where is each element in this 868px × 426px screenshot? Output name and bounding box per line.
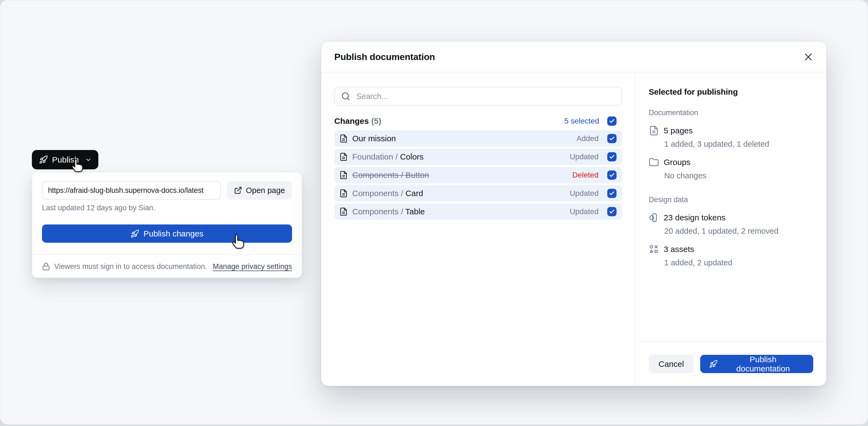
rocket-icon <box>709 360 718 368</box>
summary-item-subtitle: 1 added, 2 updated <box>664 258 813 267</box>
page-icon <box>339 207 348 216</box>
change-row-title: Our mission <box>352 134 396 143</box>
changes-label: Changes <box>334 116 369 126</box>
change-row[interactable]: Foundation / Colors Updated <box>334 149 622 165</box>
hand-cursor-icon <box>69 158 84 174</box>
close-icon <box>802 51 814 63</box>
summary-item-pages: 5 pages 1 added, 3 updated, 1 deleted <box>649 125 813 149</box>
select-all-checkbox[interactable] <box>607 116 617 126</box>
external-link-icon <box>234 186 242 195</box>
folder-icon <box>649 157 659 167</box>
search-icon <box>341 91 351 101</box>
publish-documentation-label: Publish documentation <box>722 355 804 373</box>
page-icon <box>339 171 348 179</box>
section-label-documentation: Documentation <box>649 109 813 117</box>
row-checkbox[interactable] <box>607 189 617 198</box>
page-icon <box>339 189 348 198</box>
change-row-title: Foundation / Colors <box>352 152 424 162</box>
change-row[interactable]: Components / Button Deleted <box>334 167 622 183</box>
status-badge: Updated <box>570 189 598 198</box>
hand-cursor-icon <box>229 233 245 250</box>
row-checkbox[interactable] <box>607 134 617 143</box>
status-badge: Added <box>577 134 598 143</box>
section-label-design-data: Design data <box>649 196 813 204</box>
page-icon <box>339 134 348 143</box>
summary-item-subtitle: 1 added, 3 updated, 1 deleted <box>664 140 813 149</box>
manage-privacy-settings-link[interactable]: Manage privacy settings <box>213 262 292 271</box>
row-checkbox[interactable] <box>607 170 617 180</box>
summary-title: Selected for publishing <box>649 87 813 96</box>
doc-url-input[interactable] <box>42 181 221 200</box>
page-icon <box>339 152 348 161</box>
summary-item-subtitle: No changes <box>664 171 813 180</box>
publish-button[interactable]: Publish <box>32 150 98 169</box>
summary-item-title: 23 design tokens <box>664 213 725 222</box>
change-row-title: Components / Card <box>352 189 423 198</box>
status-badge: Updated <box>570 207 598 216</box>
chevron-down-icon <box>85 156 92 163</box>
summary-item-subtitle: 20 added, 1 updated, 2 removed <box>664 227 813 236</box>
change-row[interactable]: Components / Table Updated <box>334 203 622 220</box>
rocket-icon <box>39 155 48 164</box>
summary-item-assets: 3 assets 1 added, 2 updated <box>649 244 813 267</box>
modal-footer: Cancel Publish documentation <box>636 341 826 386</box>
lock-icon <box>42 262 50 271</box>
close-button[interactable] <box>801 50 815 64</box>
open-page-label: Open page <box>246 186 285 195</box>
privacy-note: Viewers must sign in to access documenta… <box>54 262 207 271</box>
app-background: Publish Open page Last updated 12 <box>0 0 868 425</box>
summary-item-title: Groups <box>664 158 690 167</box>
summary-item-tokens: 23 design tokens 20 added, 1 updated, 2 … <box>649 212 813 236</box>
selected-count-label: 5 selected <box>564 117 599 125</box>
status-badge: Deleted <box>572 171 598 179</box>
search-box <box>334 87 622 106</box>
status-badge: Updated <box>570 152 598 161</box>
last-updated-text: Last updated 12 days ago by Sian. <box>42 204 292 212</box>
publish-popover: Open page Last updated 12 days ago by Si… <box>32 172 302 278</box>
summary-item-groups: Groups No changes <box>649 157 813 180</box>
search-input[interactable] <box>356 92 615 101</box>
rocket-icon <box>130 229 139 238</box>
summary-item-title: 3 assets <box>664 245 694 254</box>
modal-title: Publish documentation <box>334 52 435 62</box>
assets-icon <box>649 244 659 254</box>
cancel-button[interactable]: Cancel <box>649 355 694 373</box>
summary-item-title: 5 pages <box>664 126 693 135</box>
file-icon <box>649 125 659 136</box>
open-page-button[interactable]: Open page <box>227 181 292 200</box>
change-row[interactable]: Our mission Added <box>334 131 622 147</box>
changes-count: (5) <box>371 116 381 126</box>
publish-documentation-modal: Publish documentation Changes (5) <box>321 42 826 386</box>
change-row-title: Components / Button <box>352 170 429 180</box>
publish-documentation-button[interactable]: Publish documentation <box>700 355 813 373</box>
row-checkbox[interactable] <box>607 207 617 216</box>
publish-changes-button[interactable]: Publish changes <box>42 224 292 243</box>
publish-changes-label: Publish changes <box>143 229 203 238</box>
design-tokens-icon <box>649 212 659 223</box>
change-row[interactable]: Components / Card Updated <box>334 185 622 202</box>
row-checkbox[interactable] <box>607 152 617 162</box>
change-row-title: Components / Table <box>352 207 425 216</box>
